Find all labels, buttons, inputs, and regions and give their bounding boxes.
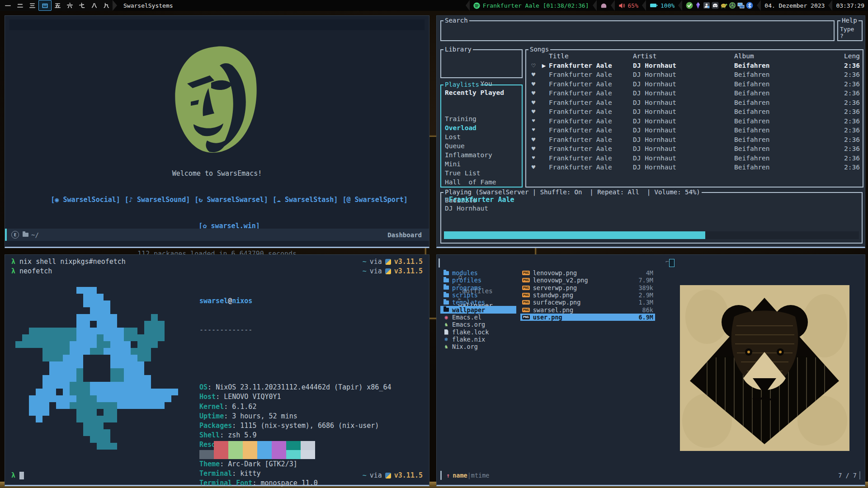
heart-icon[interactable]: ♥ — [528, 70, 539, 80]
heart-icon[interactable]: ♥ — [528, 98, 539, 108]
col-length: Leng — [837, 52, 860, 61]
progress-bar[interactable] — [444, 231, 859, 239]
song-row[interactable]: ♥ Frankfurter Aale DJ Hornhaut Beifahren… — [528, 98, 860, 108]
discord-tray-icon[interactable] — [712, 2, 719, 9]
modeline-path: ~/ — [31, 231, 39, 239]
song-title: Frankfurter Aale — [549, 117, 633, 126]
playlist-item[interactable]: Queue — [445, 141, 518, 150]
workspace-六[interactable] — [64, 0, 76, 10]
heart-icon[interactable]: ♥ — [528, 154, 539, 163]
volume-widget[interactable]: 65% — [618, 2, 638, 9]
song-length: 2:36 — [837, 154, 860, 163]
link-swarselsocial[interactable]: [◉ SwarselSocial] — [51, 196, 120, 204]
turtle-tray-icon[interactable] — [720, 2, 727, 9]
heart-icon[interactable]: ♥ — [528, 135, 539, 145]
file-row[interactable]: PNG lenovowp.png 4M — [520, 269, 655, 277]
song-row[interactable]: ♥ Frankfurter Aale DJ Hornhaut Beifahren… — [528, 126, 860, 135]
playlist-item[interactable]: Lost — [445, 132, 518, 141]
workspace-七[interactable] — [76, 0, 88, 10]
heart-icon[interactable]: ♥ — [528, 117, 539, 126]
heart-icon[interactable]: ♥ — [528, 126, 539, 135]
song-row[interactable]: ♥ Frankfurter Aale DJ Hornhaut Beifahren… — [528, 163, 860, 172]
wheel-tray-icon[interactable] — [729, 2, 736, 9]
file-row[interactable]: PNG serverwp.png 389k — [520, 284, 655, 291]
file-row[interactable]: PNG lenovowp_v2.png 7.9M — [520, 277, 655, 284]
check-tray-icon[interactable] — [686, 2, 693, 9]
file-row[interactable]: PNG standwp.png 2.9M — [520, 291, 655, 299]
search-box[interactable]: Search — [440, 20, 835, 41]
heart-icon[interactable]: ♥ — [528, 144, 539, 154]
user-tray-icon[interactable] — [703, 2, 710, 9]
workspace-九[interactable] — [100, 0, 113, 10]
directory-item[interactable]: ◉ Emacs.el — [440, 314, 516, 321]
song-row[interactable]: ♥ Frankfurter Aale DJ Hornhaut Beifahren… — [528, 135, 860, 145]
heart-icon[interactable]: ♥ — [528, 89, 539, 98]
playlist-item[interactable]: Mini — [445, 160, 518, 169]
jellyfish-tray-icon[interactable] — [600, 2, 607, 9]
png-badge-icon: PNG — [522, 308, 530, 312]
workspace-四[interactable] — [38, 0, 52, 11]
directory-item[interactable]: ♞ Emacs.org — [440, 321, 516, 328]
playlist-item[interactable]: True List — [445, 169, 518, 178]
directory-item[interactable]: ❄ flake.nix — [440, 336, 516, 343]
sort-mode[interactable]: name — [453, 472, 467, 479]
directory-item[interactable]: flake.lock — [440, 328, 516, 335]
gem-tray-icon[interactable] — [694, 2, 702, 9]
playlist-item[interactable]: Overload — [445, 123, 518, 132]
file-manager-window[interactable]: ⌂ ► .dotfiles ► wallpaper modules profil… — [436, 254, 865, 486]
playlist-item[interactable]: Inflammatory — [445, 150, 518, 160]
heart-icon[interactable]: ♥ — [528, 107, 539, 117]
song-row[interactable]: ♥ Frankfurter Aale DJ Hornhaut Beifahren… — [528, 154, 860, 163]
directory-item[interactable]: scripts — [440, 291, 516, 299]
workspace-五[interactable] — [52, 0, 64, 10]
directory-item[interactable]: modules — [440, 269, 516, 277]
song-row[interactable]: ♥ Frankfurter Aale DJ Hornhaut Beifahren… — [528, 89, 860, 98]
separator — [611, 0, 615, 11]
workspace-二[interactable] — [14, 0, 26, 10]
heart-icon[interactable]: ♥ — [528, 163, 539, 172]
song-album: Beifahren — [734, 126, 837, 135]
music-player-window[interactable]: Search Help Type ? Library Made For YouR… — [436, 15, 865, 248]
link-swarselsound[interactable]: [♪ SwarselSound] — [125, 196, 190, 204]
pane-indicator — [439, 258, 440, 267]
song-row[interactable]: ♥ Frankfurter Aale DJ Hornhaut Beifahren… — [528, 144, 860, 154]
link-swarselswarsel[interactable]: [↻ SwarselSwarsel] — [194, 196, 268, 204]
directory-item[interactable]: ♞ Nix.org — [440, 343, 516, 350]
heart-icon[interactable]: ♡ — [528, 61, 539, 70]
now-playing-text: Frankfurter Aale [01:38/02:36] — [483, 2, 589, 9]
song-row[interactable]: ♥ Frankfurter Aale DJ Hornhaut Beifahren… — [528, 80, 860, 89]
file-row[interactable]: PNG swarsel.png 86k — [520, 306, 655, 313]
date-widget[interactable]: 04. Dezember 2023 — [764, 2, 825, 9]
sort-alt[interactable]: mtime — [471, 472, 490, 479]
preview-pane-icon: ⌐ — [665, 258, 675, 267]
song-artist: DJ Hornhaut — [633, 144, 734, 154]
file-row[interactable]: PNG surfacewp.png 1.3M — [520, 299, 655, 306]
song-row[interactable]: ♡ ▶ Frankfurter Aale DJ Hornhaut Beifahr… — [528, 61, 860, 70]
directory-item[interactable]: templates — [440, 299, 516, 306]
song-row[interactable]: ♥ Frankfurter Aale DJ Hornhaut Beifahren… — [528, 117, 860, 126]
emacs-window[interactable]: ⌐ Welcome to SwarsEmacs! [◉ SwarselSocia… — [5, 15, 429, 248]
battery-widget[interactable]: 100% — [650, 2, 675, 9]
workspace-八[interactable] — [88, 0, 100, 10]
clock-widget[interactable]: 03:37:29 — [836, 2, 864, 9]
file-row[interactable]: PNG user.png 6.9M — [520, 314, 655, 321]
monitor-tray-icon[interactable] — [737, 2, 745, 9]
song-row[interactable]: ♥ Frankfurter Aale DJ Hornhaut Beifahren… — [528, 107, 860, 117]
now-playing-widget[interactable]: Frankfurter Aale [01:38/02:36] — [473, 2, 589, 9]
playlist-item[interactable]: Hall of Fame — [445, 178, 518, 187]
link-swarselsport[interactable]: [@ SwarselSport] — [342, 196, 408, 204]
link-swarselstash[interactable]: [☁ SwarselStash] — [273, 196, 338, 204]
song-row[interactable]: ♥ Frankfurter Aale DJ Hornhaut Beifahren… — [528, 70, 860, 80]
song-title: Frankfurter Aale — [549, 107, 633, 117]
heart-icon[interactable]: ♥ — [528, 80, 539, 89]
directory-item[interactable]: wallpaper — [440, 306, 516, 313]
directory-item[interactable]: profiles — [440, 277, 516, 284]
sort-arrow-icon[interactable]: ↑ — [446, 472, 450, 479]
directory-item[interactable]: programs — [440, 284, 516, 291]
terminal-window[interactable]: λ nix shell nixpkgs#neofetch ~viav3.11.5… — [5, 254, 429, 486]
emacs-tab-bar[interactable] — [9, 19, 425, 30]
bluetooth-tray-icon[interactable] — [746, 2, 753, 9]
workspace-三[interactable] — [26, 0, 38, 10]
playlist-item[interactable]: Training — [445, 114, 518, 123]
workspace-一[interactable] — [2, 0, 14, 10]
